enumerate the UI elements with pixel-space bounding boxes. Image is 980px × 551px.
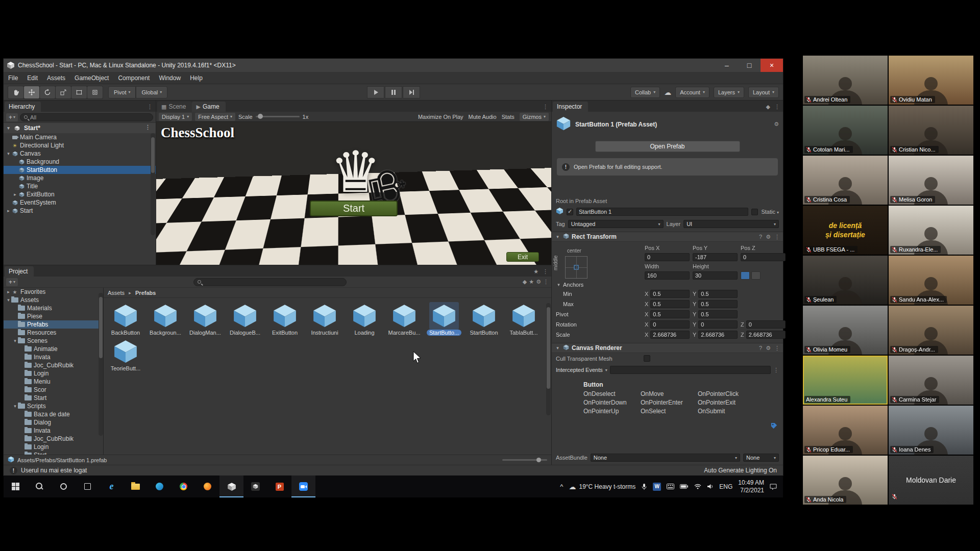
favorites-filter-icon[interactable]: ★ (529, 279, 534, 285)
hierarchy-item-exitbutton[interactable]: ▸ExitButton (4, 190, 156, 198)
volume-icon[interactable] (707, 484, 714, 489)
gizmos-dropdown[interactable]: Gizmos▾ (520, 113, 549, 121)
taskbar-unity-hub[interactable] (243, 475, 267, 497)
create-object-button[interactable]: +▾ (6, 113, 18, 121)
menu-window[interactable]: Window (154, 74, 185, 82)
maximize-button[interactable]: □ (738, 59, 761, 72)
close-button[interactable]: × (761, 59, 783, 72)
hierarchy-item-main-camera[interactable]: Main Camera (4, 133, 156, 141)
width-field[interactable]: 160 (645, 271, 690, 280)
zoom-participant-moldovan-darie[interactable]: Moldovan Darie (889, 456, 973, 505)
project-menu-icon[interactable]: ⋮ (543, 268, 548, 275)
prefab-startbutto[interactable]: StartButto... (424, 302, 464, 336)
zoom-participant-eulean[interactable]: Șeulean (803, 256, 888, 305)
folder-start[interactable]: Start (4, 394, 103, 402)
auto-generate-lighting-status[interactable]: Auto Generate Lighting On (704, 467, 777, 474)
network-icon[interactable] (694, 484, 701, 489)
scene-header-start[interactable]: ▾ Start* ⋮ (4, 123, 156, 133)
taskbar-zoom-app[interactable] (291, 475, 315, 497)
static-dropdown[interactable]: Static ▾ (761, 209, 779, 215)
pivot-x-field[interactable]: 0.5 (650, 310, 690, 318)
move-tool[interactable] (24, 86, 39, 98)
window-titlebar[interactable]: ChessSchool - Start - PC, Mac & Linux St… (4, 59, 783, 72)
breadcrumb-prefabs[interactable]: Prefabs (135, 290, 156, 296)
hierarchy-item-canvas[interactable]: ▾Canvas (4, 149, 156, 158)
folder-animatie[interactable]: Animatie (4, 345, 103, 353)
asset-grid-scrollbar[interactable] (546, 303, 551, 415)
presets-icon[interactable]: ⚙ (766, 234, 771, 240)
hierarchy-menu-icon[interactable]: ⋮ (147, 104, 153, 110)
taskbar-firefox-browser[interactable] (195, 475, 219, 497)
rotation-x-field[interactable]: 0 (650, 320, 690, 329)
zoom-participant-olivia-momeu[interactable]: Olivia Momeu (803, 306, 888, 355)
pause-button[interactable] (385, 86, 402, 98)
game-start-button[interactable]: Start (310, 201, 398, 216)
touch-keyboard-icon[interactable] (667, 484, 674, 489)
prefab-marcarebu[interactable]: MarcareBu... (384, 302, 424, 336)
console-message-icon[interactable]: ! (10, 467, 17, 474)
menu-file[interactable]: File (4, 74, 22, 82)
game-exit-button[interactable]: Exit (506, 252, 539, 262)
rotate-tool[interactable] (40, 86, 55, 98)
taskbar-cortana-button[interactable] (52, 475, 76, 497)
taskbar-chrome-browser[interactable] (172, 475, 195, 497)
pos-y-field[interactable]: -187 (693, 253, 738, 261)
prefab-loading[interactable]: Loading (345, 302, 384, 336)
hidden-icons-chevron[interactable]: ^ (560, 483, 563, 490)
assetbundle-variant-dropdown[interactable]: None▾ (743, 454, 779, 462)
zoom-participant-sandu-ana-alex[interactable]: Sandu Ana-Alex... (889, 256, 973, 305)
game-panel-menu-icon[interactable]: ⋮ (543, 104, 548, 110)
raw-edit-mode-button[interactable] (751, 271, 761, 280)
prefab-teoriebutt[interactable]: TeorieButt... (106, 338, 145, 371)
intercepted-events-field[interactable] (610, 366, 771, 374)
taskbar-edge-browser[interactable] (148, 475, 172, 497)
zoom-participant-cotolan-mari[interactable]: Cotolan Mari... (803, 106, 888, 155)
prefab-exitbutton[interactable]: ExitButton (265, 302, 305, 336)
language-indicator[interactable]: ENG (719, 483, 732, 490)
zoom-participant-melisa-goron[interactable]: Melisa Goron (889, 156, 973, 205)
word-tray-icon[interactable]: W (653, 483, 661, 491)
pivot-toggle[interactable]: Pivot▾ (108, 86, 136, 98)
aspect-dropdown[interactable]: Free Aspect▾ (195, 113, 235, 121)
active-checkbox[interactable] (567, 209, 573, 215)
rotation-z-field[interactable]: 0 (746, 320, 786, 329)
step-button[interactable] (403, 86, 420, 98)
collab-dropdown[interactable]: Collab▾ (630, 87, 660, 98)
hierarchy-item-title[interactable]: Title (4, 182, 156, 190)
anchor-preset-button[interactable] (565, 256, 587, 279)
global-toggle[interactable]: Global▾ (136, 86, 167, 98)
menu-assets[interactable]: Assets (42, 74, 70, 82)
scale-slider[interactable] (256, 116, 300, 117)
folder-invata[interactable]: Invata (4, 427, 103, 435)
stats-toggle[interactable]: Stats (502, 114, 514, 120)
hierarchy-item-background[interactable]: Background (4, 158, 156, 166)
scale-x-field[interactable]: 2.668736 (650, 331, 690, 339)
prefab-tablabutt[interactable]: TablaButt... (504, 302, 544, 336)
scale-y-field[interactable]: 2.668736 (698, 331, 738, 339)
taskbar-powerpoint[interactable]: P (267, 475, 291, 497)
hierarchy-item-eventsystem[interactable]: EventSystem (4, 198, 156, 207)
component-menu-icon[interactable]: ⋮ (774, 345, 780, 352)
play-button[interactable] (367, 86, 384, 98)
action-center-icon[interactable] (770, 484, 777, 490)
menu-gameobject[interactable]: GameObject (70, 74, 113, 82)
menu-component[interactable]: Component (113, 74, 154, 82)
anchor-min-y-field[interactable]: 0.5 (698, 290, 738, 298)
folder-login[interactable]: Login (4, 443, 103, 451)
hidden-packages-icon[interactable]: ◆ (523, 279, 527, 285)
zoom-participant-ruxandra-ele[interactable]: Ruxandra-Ele... (889, 206, 973, 255)
presets-icon[interactable]: ⚙ (766, 345, 771, 352)
hierarchy-search-input[interactable]: All (20, 113, 153, 121)
layers-dropdown[interactable]: Layers▾ (714, 87, 744, 98)
rect-transform-header[interactable]: ▾ Rect Transform ? ⚙ ⋮ (552, 232, 783, 242)
folder-login[interactable]: Login (4, 369, 103, 378)
prefab-backbutton[interactable]: BackButton (106, 302, 145, 336)
mute-audio-toggle[interactable]: Mute Audio (469, 114, 497, 120)
open-prefab-button[interactable]: Open Prefab (595, 141, 740, 152)
cloud-icon[interactable]: ☁ (664, 88, 671, 96)
anchor-max-y-field[interactable]: 0.5 (698, 300, 738, 308)
blueprint-mode-button[interactable] (741, 271, 750, 280)
folder-favorites[interactable]: ▸★Favorites (4, 288, 103, 296)
zoom-participant-alexandra-suteu[interactable]: Alexandra Suteu (803, 356, 888, 405)
project-more-icon[interactable]: ⋮ (543, 279, 549, 285)
